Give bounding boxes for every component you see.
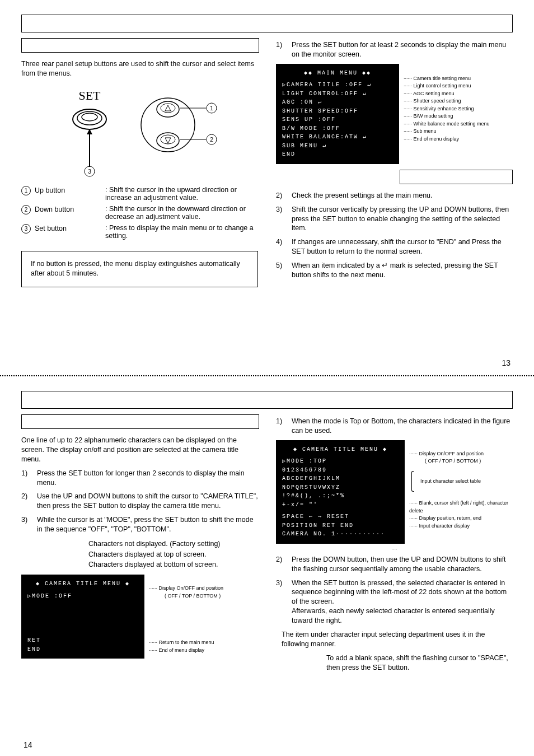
note-box: If no button is pressed, the menu displa… — [21, 251, 258, 287]
svg-point-2 — [82, 113, 97, 121]
svg-text:2: 2 — [209, 136, 213, 143]
btn3-label: Set button — [35, 225, 67, 232]
btn-def-2: 2 Down button : Shift the cursor in the … — [21, 205, 258, 221]
btn2-desc: : Shift the cursor in the downward direc… — [105, 205, 258, 221]
p14-right-intro: When the mode is Top or Bottom, the char… — [292, 417, 513, 436]
p14-intro: One line of up to 22 alphanumeric charac… — [21, 436, 258, 464]
right-column: 1)Press the SET button for at least 2 se… — [276, 38, 513, 287]
sub-heading-left — [21, 38, 259, 53]
set-label: SET — [78, 88, 101, 102]
p13-step4: If changes are unnecessary, shift the cu… — [292, 237, 513, 256]
btn3-desc: : Press to display the main menu or to c… — [105, 224, 258, 240]
p14a-step1: Press the SET button for longer than 2 s… — [37, 469, 258, 488]
osd-top-captions: Display On/OFF and position ( OFF / TOP … — [409, 440, 513, 530]
osd-title: ◆◆ MAIN MENU ◆◆ — [282, 69, 393, 78]
svg-marker-13 — [165, 138, 171, 143]
page-heading-box — [21, 15, 513, 32]
p13-step2: Check the present settings at the main m… — [292, 191, 513, 200]
osd-title: ◆ CAMERA TITLE MENU ◆ — [282, 445, 399, 454]
svg-point-12 — [161, 135, 175, 144]
p13-step5: When an item indicated by a ↵ mark is se… — [292, 261, 513, 280]
left-column: One line of up to 22 alphanumeric charac… — [21, 414, 258, 676]
page-13: Three rear panel setup buttons are used … — [0, 0, 534, 375]
p14-tail2: To add a blank space, shift the flashing… — [326, 654, 513, 673]
page-number: 14 — [24, 740, 32, 749]
mode-descriptions: Characters not displayed. (Factory setti… — [88, 539, 258, 570]
btn1-desc: : Shift the cursor in the upward directi… — [105, 186, 258, 202]
osd-off-captions: Display On/OFF and position ( OFF / TOP … — [149, 575, 258, 654]
right-column: 1)When the mode is Top or Bottom, the ch… — [276, 414, 513, 676]
osd-title: ◆ CAMERA TITLE MENU ◆ — [27, 580, 138, 589]
svg-text:3: 3 — [87, 168, 91, 175]
camera-title-menu-off-osd: ◆ CAMERA TITLE MENU ◆ ▷MODE :OFF RET END — [21, 575, 144, 659]
camera-title-menu-top-osd: ◆ CAMERA TITLE MENU ◆ ▷MODE :TOP 0123456… — [276, 440, 405, 544]
p14a-step3: While the cursor is at "MODE", press the… — [37, 515, 258, 534]
p13-step3: Shift the cursor vertically by pressing … — [292, 205, 513, 234]
sub-heading-left — [21, 414, 259, 429]
ellipsis: ···· — [276, 546, 513, 552]
p14a-step2: Use the UP and DOWN buttons to shift the… — [37, 492, 258, 511]
page-number: 13 — [502, 358, 510, 367]
p13-step1: Press the SET button for at least 2 seco… — [292, 40, 513, 59]
btn-def-1: 1 Up button : Shift the cursor in the up… — [21, 186, 258, 202]
btn-def-3: 3 Set button : Press to display the main… — [21, 224, 258, 240]
p14b-step3: When the SET button is pressed, the sele… — [292, 578, 513, 626]
main-menu-osd: ◆◆ MAIN MENU ◆◆ ▷CAMERA TITLE :OFF ↵ LIG… — [276, 64, 399, 164]
sub-box-right — [400, 170, 513, 184]
page-heading-box — [21, 391, 513, 409]
p14b-step2: Press the DOWN button, then use the UP a… — [292, 555, 513, 574]
rear-panel-diagram: SET 3 — [56, 83, 224, 178]
btn2-label: Down button — [35, 206, 74, 213]
intro-text: Three rear panel setup buttons are used … — [21, 59, 258, 78]
svg-text:1: 1 — [209, 105, 213, 111]
svg-marker-10 — [165, 105, 171, 111]
p14-tail1: The item under character input selecting… — [282, 630, 513, 649]
osd-captions: Camera title setting menu Light control … — [404, 64, 513, 143]
page-14: One line of up to 22 alphanumeric charac… — [0, 376, 534, 756]
btn1-label: Up button — [35, 186, 65, 194]
left-column: Three rear panel setup buttons are used … — [21, 38, 258, 287]
